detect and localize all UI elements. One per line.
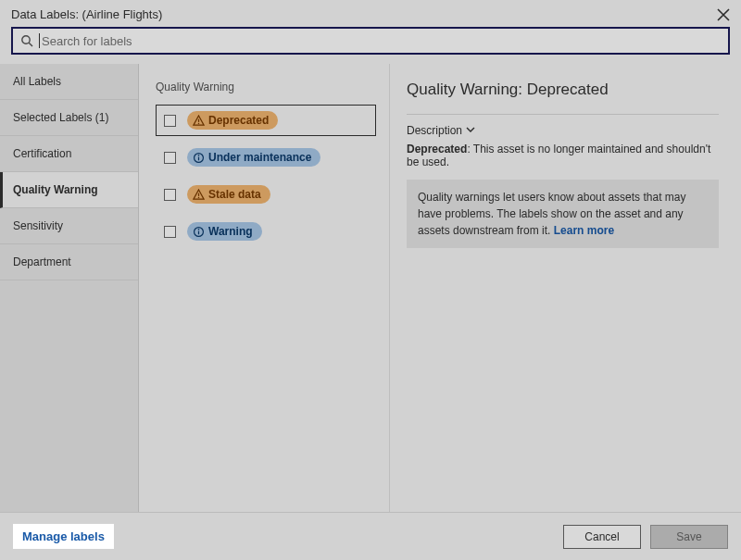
label-pill: Deprecated [187,111,278,130]
sidebar-item-certification[interactable]: Certification [0,136,138,172]
sidebar-item-label: Sensitivity [13,219,63,232]
data-labels-dialog: Data Labels: (Airline Flights) All Label… [0,0,741,560]
dialog-footer: Manage labels Cancel Save [0,512,741,560]
close-icon[interactable] [717,8,730,21]
sidebar-item-label: All Labels [13,75,61,88]
checkbox[interactable] [164,152,176,164]
warning-icon [193,115,205,127]
sidebar-item-selected-labels[interactable]: Selected Labels (1) [0,100,138,136]
warning-icon [193,189,205,201]
titlebar: Data Labels: (Airline Flights) [0,0,741,27]
search-container [0,27,741,64]
detail-title: Quality Warning: Deprecated [407,81,719,99]
sidebar-item-label: Quality Warning [13,183,98,196]
divider [407,114,719,115]
detail-column: Quality Warning: Deprecated Description … [389,64,741,512]
search-icon [20,34,33,47]
save-button[interactable]: Save [650,525,728,549]
search-input[interactable] [42,34,721,48]
cancel-button[interactable]: Cancel [563,525,641,549]
label-pill: Warning [187,222,262,241]
sidebar-item-all-labels[interactable]: All Labels [0,64,138,100]
label-pill: Stale data [187,185,270,204]
description-toggle[interactable]: Description [407,124,475,137]
label-row-deprecated[interactable]: Deprecated [156,105,376,136]
chevron-down-icon [466,124,475,137]
sidebar-item-sensitivity[interactable]: Sensitivity [0,208,138,244]
sidebar-item-quality-warning[interactable]: Quality Warning [0,172,138,208]
label-pill-text: Under maintenance [208,151,311,164]
category-sidebar: All Labels Selected Labels (1) Certifica… [0,64,139,512]
info-box: Quality warnings let users know about as… [407,180,719,248]
label-pill-text: Warning [208,225,253,238]
sidebar-item-label: Certification [13,147,71,160]
checkbox[interactable] [164,189,176,201]
sidebar-item-label: Selected Labels (1) [13,111,108,124]
learn-more-link[interactable]: Learn more [554,224,614,237]
label-pill-text: Stale data [208,188,261,201]
label-row-warning[interactable]: Warning [156,216,376,247]
info-icon [193,226,205,238]
svg-point-3 [198,122,199,123]
manage-labels-link[interactable]: Manage labels [13,524,114,549]
label-row-stale-data[interactable]: Stale data [156,179,376,210]
svg-line-1 [29,43,32,46]
label-pill: Under maintenance [187,148,320,167]
label-row-under-maintenance[interactable]: Under maintenance [156,142,376,173]
search-box[interactable] [11,27,730,55]
description-strong: Deprecated [407,143,467,156]
label-list-heading: Quality Warning [156,81,376,93]
dialog-title: Data Labels: (Airline Flights) [11,7,162,21]
svg-point-8 [198,196,199,197]
text-caret [39,33,40,48]
description-body: Deprecated: This asset is no longer main… [407,143,719,168]
label-pill-text: Deprecated [208,114,269,127]
checkbox[interactable] [164,115,176,127]
svg-point-6 [198,154,200,156]
label-list-column: Quality Warning Deprecated Under mainten… [139,64,389,512]
info-icon [193,152,205,164]
svg-point-0 [22,36,30,44]
svg-point-11 [198,228,200,230]
dialog-body: All Labels Selected Labels (1) Certifica… [0,64,741,512]
sidebar-item-label: Department [13,255,71,268]
sidebar-item-department[interactable]: Department [0,244,138,280]
checkbox[interactable] [164,226,176,238]
info-box-text: Quality warnings let users know about as… [418,191,685,237]
description-toggle-label: Description [407,124,462,137]
